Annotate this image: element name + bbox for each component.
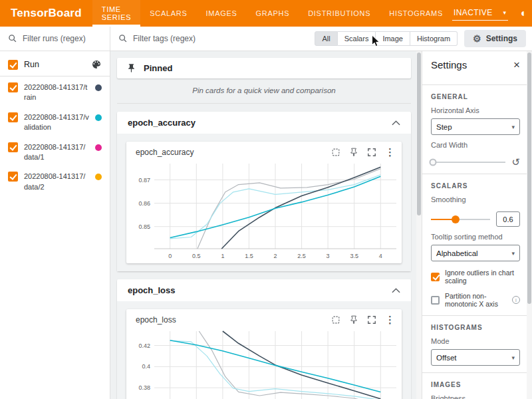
chart-card-actions: ⋮	[331, 147, 395, 157]
pinned-title: Pinned	[144, 63, 172, 73]
tag-toolbar: All Scalars Image Histogram ⚙ Settings	[110, 27, 532, 51]
chevron-down-icon: ▾	[511, 250, 515, 257]
run-checkbox[interactable]	[8, 142, 18, 152]
runs-column-header: Run	[24, 60, 85, 69]
main-scrollbar[interactable]	[416, 51, 422, 399]
pinned-empty-message: Pin cards for a quick view and compariso…	[117, 78, 411, 104]
svg-text:3.5: 3.5	[350, 253, 358, 259]
horizontal-axis-select[interactable]: Step ▾	[431, 118, 520, 135]
histogram-mode-label: Mode	[431, 337, 520, 345]
filter-tags-input[interactable]	[133, 34, 308, 43]
full-size-icon[interactable]	[331, 148, 340, 157]
card-width-slider[interactable]	[431, 162, 505, 163]
svg-text:2: 2	[273, 253, 277, 259]
pin-icon[interactable]	[349, 148, 358, 157]
settings-panel-header: Settings ×	[431, 59, 520, 78]
run-row-train[interactable]: 20220808-141317/train	[0, 78, 110, 108]
tab-images[interactable]: IMAGES	[197, 0, 247, 27]
palette-icon[interactable]	[91, 59, 102, 70]
app-title: TensorBoard	[0, 0, 92, 27]
smoothing-slider[interactable]	[431, 219, 490, 220]
chip-histogram[interactable]: Histogram	[410, 31, 458, 46]
run-row-data-2[interactable]: 20220808-141317/data/2	[0, 167, 110, 197]
chevron-down-icon: ▾	[503, 9, 507, 16]
full-size-icon[interactable]	[331, 315, 340, 325]
run-checkbox[interactable]	[8, 112, 18, 122]
divider	[422, 84, 532, 85]
svg-text:0.86: 0.86	[138, 200, 150, 207]
main-nav: TIME SERIES SCALARS IMAGES GRAPHS DISTRI…	[92, 0, 452, 27]
reset-icon[interactable]: ↺	[511, 157, 520, 167]
epoch-loss-chart[interactable]: 00.511.522.533.540.360.380.40.42	[126, 327, 406, 399]
data-status-dropdown[interactable]: INACTIVE ▾	[452, 6, 507, 21]
divider	[0, 76, 110, 76]
tab-distributions[interactable]: DISTRIBUTIONS	[299, 0, 380, 27]
card-width-label: Card Width	[431, 141, 520, 149]
chip-all[interactable]: All	[315, 31, 337, 46]
pin-icon	[126, 63, 136, 73]
section-epoch-loss: epoch_loss epoch_loss	[117, 279, 411, 399]
run-row-data-1[interactable]: 20220808-141317/data/1	[0, 138, 110, 168]
svg-text:2.5: 2.5	[297, 253, 306, 259]
partition-x-checkbox[interactable]	[431, 296, 440, 305]
main-column: All Scalars Image Histogram ⚙ Settings P…	[110, 27, 532, 399]
chip-image[interactable]: Image	[376, 31, 410, 46]
tooltip-sorting-select[interactable]: Alphabetical ▾	[431, 245, 520, 261]
tensorboard-app: TensorBoard TIME SERIES SCALARS IMAGES G…	[0, 0, 532, 399]
fullscreen-icon[interactable]	[367, 148, 376, 157]
fullscreen-icon[interactable]	[367, 315, 376, 325]
histogram-mode-select[interactable]: Offset ▾	[431, 349, 520, 366]
section-body: epoch_accuracy ⋮ 00.511.522.533.540.850.…	[117, 134, 411, 271]
section-header[interactable]: epoch_loss	[117, 279, 411, 301]
close-icon[interactable]: ×	[513, 59, 520, 70]
collapse-icon[interactable]	[392, 288, 400, 293]
chevron-down-icon: ▾	[511, 124, 515, 130]
scrollbar-thumb[interactable]	[527, 53, 531, 304]
section-title: epoch_loss	[128, 285, 176, 295]
settings-button[interactable]: ⚙ Settings	[464, 30, 526, 47]
contrast-toggle-icon[interactable]: ◐	[518, 8, 530, 19]
more-options-icon[interactable]: ⋮	[385, 147, 395, 157]
divider	[422, 372, 532, 373]
collapse-icon[interactable]	[392, 120, 400, 126]
run-color-dot	[95, 144, 102, 151]
settings-scrollbar[interactable]	[527, 51, 532, 399]
epoch-accuracy-chart[interactable]: 00.511.522.533.540.850.860.87	[126, 160, 406, 261]
tab-graphs[interactable]: GRAPHS	[247, 0, 299, 27]
smoothing-value-input[interactable]: 0.6	[496, 211, 520, 227]
search-icon	[8, 34, 17, 43]
chart-title: epoch_accuracy	[136, 148, 194, 157]
filter-runs-input[interactable]	[23, 34, 102, 43]
tab-histograms[interactable]: HISTOGRAMS	[380, 0, 452, 27]
run-row-validation[interactable]: 20220808-141317/validation	[0, 108, 110, 138]
tab-time-series[interactable]: TIME SERIES	[92, 0, 141, 27]
general-heading: GENERAL	[431, 93, 520, 100]
partition-x-row[interactable]: Partition non-monotonic X axis i	[431, 292, 520, 308]
gear-icon: ⚙	[473, 33, 481, 44]
ignore-outliers-checkbox[interactable]	[431, 273, 440, 281]
divider	[422, 315, 532, 316]
divider	[422, 174, 532, 174]
run-color-dot	[95, 114, 102, 121]
runs-header-row: Run	[0, 51, 110, 76]
select-all-runs-checkbox[interactable]	[8, 60, 18, 70]
tag-filter	[118, 34, 308, 43]
ignore-outliers-row[interactable]: Ignore outliers in chart scaling	[431, 269, 520, 285]
cards-area: Pinned Pin cards for a quick view and co…	[110, 51, 422, 399]
app-body: Run 20220808-141317/train 20220808-14131…	[0, 27, 532, 399]
run-checkbox[interactable]	[8, 172, 18, 182]
section-header[interactable]: epoch_accuracy	[117, 112, 411, 134]
section-epoch-accuracy: epoch_accuracy epoch_accuracy	[117, 112, 411, 271]
chip-scalars[interactable]: Scalars	[338, 31, 376, 46]
scrollbar-thumb[interactable]	[417, 53, 421, 215]
search-icon	[118, 34, 128, 43]
pin-icon[interactable]	[349, 315, 358, 325]
info-icon[interactable]: i	[512, 296, 520, 304]
top-app-bar: TensorBoard TIME SERIES SCALARS IMAGES G…	[0, 0, 532, 27]
svg-text:0.87: 0.87	[138, 177, 150, 184]
tab-scalars[interactable]: SCALARS	[140, 0, 196, 27]
run-checkbox[interactable]	[8, 82, 18, 92]
pinned-header: Pinned	[117, 58, 411, 78]
more-options-icon[interactable]: ⋮	[385, 315, 395, 325]
smoothing-label: Smoothing	[431, 196, 520, 203]
